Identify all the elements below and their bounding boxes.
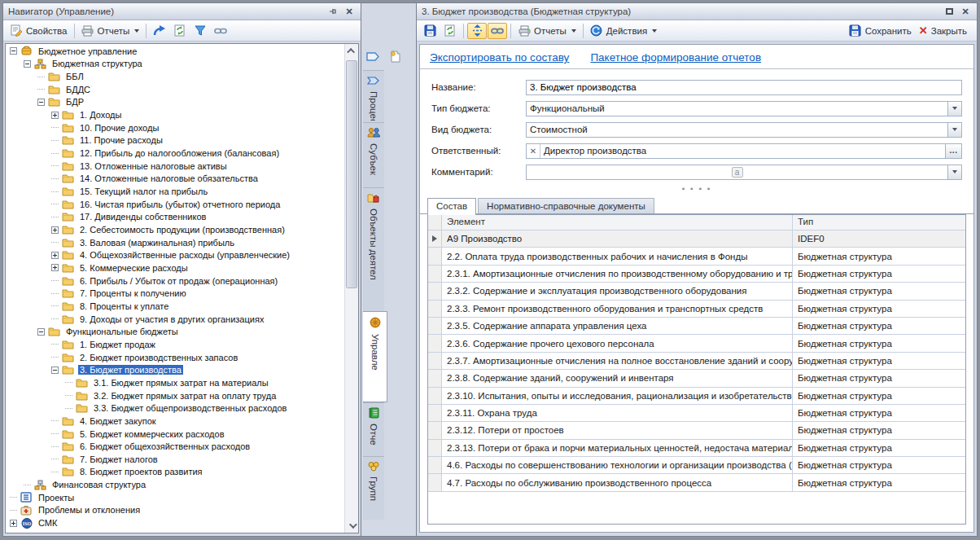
cell-type[interactable]: IDEF0: [793, 230, 965, 247]
tree-item-label[interactable]: 3. Бюджет производства: [78, 365, 183, 375]
clear-icon[interactable]: ✕: [527, 144, 540, 158]
tree-item-label[interactable]: ББЛ: [64, 72, 85, 81]
column-element[interactable]: Элемент: [442, 215, 793, 230]
tree-item[interactable]: ISOСМК: [6, 516, 344, 529]
cell-element[interactable]: 4.6. Расходы по совершенствованию технол…: [442, 457, 793, 473]
table-row[interactable]: 2.2. Оплата труда производственных рабоч…: [428, 248, 965, 265]
chevron-down-icon[interactable]: [947, 123, 961, 137]
tab-reference-documents[interactable]: Нормативно-справочные документы: [478, 198, 654, 214]
tree-item-label[interactable]: 4. Бюджет закупок: [78, 416, 158, 426]
collapse-icon[interactable]: [37, 99, 45, 106]
name-input[interactable]: [527, 81, 961, 94]
tree-item-label[interactable]: 5. Коммерческие расходы: [78, 263, 190, 273]
tree-item[interactable]: 1. Бюджет продаж: [6, 338, 344, 351]
tree-item-label[interactable]: 2. Себестоимость продукции (производстве…: [78, 225, 287, 235]
tree-item[interactable]: Функциональные бюджеты: [6, 325, 344, 338]
tree-item[interactable]: 5. Коммерческие расходы: [6, 261, 344, 274]
side-tab-objects[interactable]: Объекты деятел: [363, 187, 384, 311]
tree-item-label[interactable]: 13. Отложенные налоговые активы: [78, 161, 229, 171]
cell-element[interactable]: 2.3.8. Содержание зданий, сооружений и и…: [442, 370, 793, 386]
tree-item[interactable]: Бюджетная структура: [6, 58, 344, 71]
tree-item-label[interactable]: 14. Отложенные налоговые обязательства: [78, 173, 260, 183]
tree-item[interactable]: 11. Прочие расходы: [6, 134, 344, 147]
tree-item-label[interactable]: 8. Проценты к уплате: [78, 301, 170, 311]
scroll-down-icon[interactable]: [345, 519, 358, 533]
refresh-button[interactable]: [440, 23, 460, 39]
cell-type[interactable]: Бюджетная структура: [793, 353, 965, 369]
tree-item-label[interactable]: 9. Доходы от участия в других организаци…: [78, 314, 265, 324]
batch-report-link[interactable]: Пакетное формирование отчетов: [590, 51, 761, 64]
tree-item[interactable]: 4. Бюджет закупок: [6, 415, 344, 428]
link-toggle[interactable]: [488, 23, 507, 39]
cell-type[interactable]: Бюджетная структура: [793, 318, 965, 334]
cell-element[interactable]: 2.2. Оплата труда производственных рабоч…: [442, 248, 793, 264]
cell-element[interactable]: 2.3.10. Испытания, опыты и исследования,…: [442, 388, 793, 404]
tree-item[interactable]: 8. Проценты к уплате: [6, 300, 344, 313]
table-row[interactable]: 2.3.8. Содержание зданий, сооружений и и…: [428, 370, 965, 387]
side-tab-management[interactable]: Управле: [363, 311, 387, 402]
refresh-button[interactable]: [170, 23, 190, 39]
tree-item-label[interactable]: 10. Прочие доходы: [78, 123, 160, 133]
tree-item[interactable]: ББЛ: [6, 70, 344, 83]
tree-item[interactable]: 2. Бюджет производственных запасов: [6, 351, 344, 364]
tree-item-label[interactable]: 12. Прибыль до налогообложения (балансов…: [78, 148, 281, 158]
tree-item-label[interactable]: 16. Чистая прибыль (убыток) отчетного пе…: [78, 200, 282, 209]
close-button[interactable]: ✕ Закрыть: [916, 23, 970, 38]
name-field[interactable]: [526, 80, 962, 95]
table-row[interactable]: 2.3.3. Ремонт производственного оборудов…: [428, 301, 965, 318]
comment-field[interactable]: a: [526, 165, 962, 180]
cell-element[interactable]: 2.3.13. Потери от брака и порчи материал…: [442, 440, 793, 456]
tree-item[interactable]: Финансовая структура: [6, 478, 344, 491]
cell-type[interactable]: Бюджетная структура: [793, 248, 965, 264]
table-row[interactable]: 2.3.6. Содержание прочего цехового персо…: [428, 335, 965, 352]
tree-item[interactable]: 3.3. Бюджет общепроизводственных расходо…: [6, 402, 344, 415]
column-type[interactable]: Тип: [793, 215, 965, 230]
tree-item-label[interactable]: 15. Текущий налог на прибыль: [78, 187, 209, 196]
side-tab-report[interactable]: Отче: [363, 402, 384, 456]
properties-button[interactable]: Свойства: [7, 23, 71, 39]
side-tab-subject[interactable]: Субъек: [363, 122, 384, 187]
cell-type[interactable]: Бюджетная структура: [793, 457, 965, 473]
scroll-up-icon[interactable]: [345, 44, 358, 58]
chevron-down-icon[interactable]: [947, 165, 961, 179]
tree-item[interactable]: 17. Дивиденды собственников: [6, 211, 344, 224]
side-tab-process[interactable]: Процес: [363, 70, 384, 122]
reports-button[interactable]: Отчеты: [514, 23, 580, 39]
tree-item-label[interactable]: СМК: [37, 518, 59, 528]
cell-type[interactable]: Бюджетная структура: [793, 474, 965, 490]
tree-item[interactable]: 14. Отложенные налоговые обязательства: [6, 173, 344, 186]
maximize-icon[interactable]: [943, 6, 956, 17]
tree-scrollbar[interactable]: [344, 44, 358, 533]
tree-item[interactable]: 5. Бюджет коммерческих расходов: [6, 428, 344, 441]
tree-item[interactable]: 7. Бюджет налогов: [6, 453, 344, 466]
table-row[interactable]: 2.3.1. Амортизационные отчисления по про…: [428, 266, 965, 283]
tree-item[interactable]: 13. Отложенные налоговые активы: [6, 160, 344, 173]
cell-element[interactable]: 2.3.6. Содержание прочего цехового персо…: [442, 335, 793, 351]
goto-button[interactable]: [150, 23, 169, 39]
tree-item[interactable]: 3. Валовая (маржинальная) прибыль: [6, 236, 344, 249]
tree-item-label[interactable]: 7. Проценты к получению: [78, 288, 188, 298]
expand-icon[interactable]: [10, 520, 17, 527]
collapse-icon[interactable]: [37, 328, 45, 336]
tree-item[interactable]: БДДС: [6, 83, 344, 96]
tree-item-label[interactable]: 4. Общехозяйственные расходы (управленче…: [78, 250, 291, 260]
tree-item[interactable]: 6. Бюджет общехозяйственных расходов: [6, 440, 344, 453]
collapse-icon[interactable]: [51, 367, 59, 374]
link-button[interactable]: [211, 23, 230, 39]
responsible-field[interactable]: ✕ Директор производства ···: [526, 143, 962, 159]
tree-item-label[interactable]: 11. Прочие расходы: [78, 135, 164, 145]
tree-item-label[interactable]: Проекты: [37, 493, 76, 503]
tree-item-label[interactable]: 6. Бюджет общехозяйственных расходов: [78, 441, 252, 451]
tree-item[interactable]: Бюджетное управление: [6, 45, 344, 58]
tree-item[interactable]: 7. Проценты к получению: [6, 287, 344, 300]
cell-type[interactable]: Бюджетная структура: [793, 440, 965, 456]
tree-item[interactable]: 15. Текущий налог на прибыль: [6, 185, 344, 198]
cell-type[interactable]: Бюджетная структура: [793, 283, 965, 299]
cell-element[interactable]: 2.3.2. Содержание и эксплуатация произво…: [442, 283, 793, 299]
tree-item-label[interactable]: 6. Прибыль / Убыток от продаж (операцион…: [78, 276, 279, 286]
collapse-icon[interactable]: [24, 60, 31, 68]
tree-item[interactable]: 2. Себестоимость продукции (производстве…: [6, 223, 344, 236]
tree-item[interactable]: 3.1. Бюджет прямых затрат на материалы: [6, 376, 344, 389]
tree-item-label[interactable]: 2. Бюджет производственных запасов: [78, 353, 239, 362]
save-icon-button[interactable]: [420, 23, 440, 39]
